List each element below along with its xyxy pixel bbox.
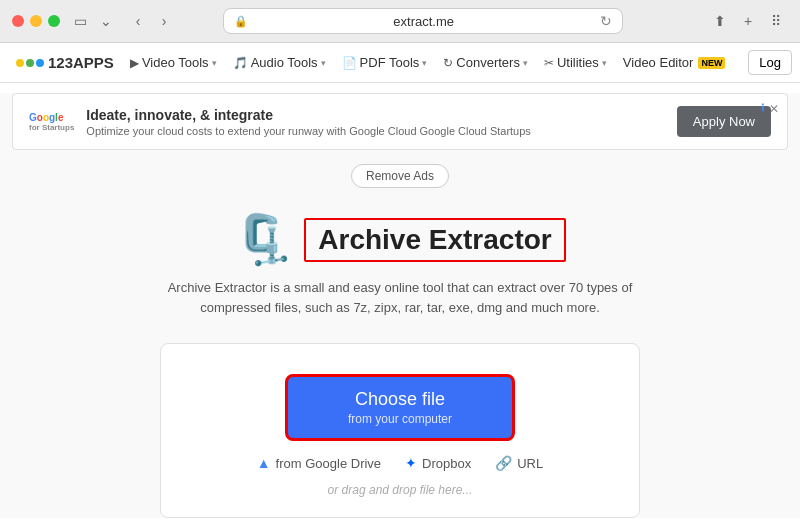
url-text: extract.me — [254, 14, 594, 29]
logo[interactable]: 123APPS — [8, 54, 122, 71]
ad-close-button[interactable]: ✕ — [769, 102, 779, 116]
nav-item-converters[interactable]: ↻ Converters ▾ — [435, 43, 536, 83]
cloud-options: ▲ from Google Drive ✦ Dropbox 🔗 URL — [181, 455, 619, 471]
google-drive-option[interactable]: ▲ from Google Drive — [257, 455, 381, 471]
address-bar[interactable]: 🔒 extract.me ↻ — [223, 8, 623, 34]
chevron-down-icon-2: ▾ — [321, 58, 326, 68]
refresh-button[interactable]: ↻ — [600, 13, 612, 29]
google-drive-icon: ▲ — [257, 455, 271, 471]
main-content: Google for Startups Ideate, innovate, & … — [0, 93, 800, 518]
choose-file-label: Choose file — [355, 389, 445, 410]
back-button[interactable]: ‹ — [126, 9, 150, 33]
logo-text: 123APPS — [48, 54, 114, 71]
close-window-button[interactable] — [12, 15, 24, 27]
chevron-down-icon-4: ▾ — [523, 58, 528, 68]
chevron-down-icon: ▾ — [212, 58, 217, 68]
ad-logo: Google for Startups — [29, 112, 74, 132]
sidebar-toggle-button[interactable]: ▭ — [68, 9, 92, 33]
maximize-window-button[interactable] — [48, 15, 60, 27]
ad-title: Ideate, innovate, & integrate — [86, 107, 665, 123]
ad-info-icon[interactable]: ℹ — [761, 102, 765, 113]
chevron-down-icon-5: ▾ — [602, 58, 607, 68]
hero-title-box: Archive Extractor — [304, 218, 565, 262]
choose-file-button[interactable]: Choose file from your computer — [285, 374, 515, 441]
title-bar: ▭ ⌄ ‹ › 🔒 extract.me ↻ ⬆ + ⠿ — [0, 0, 800, 42]
ad-desc: Optimize your cloud costs to extend your… — [86, 125, 665, 137]
archive-icon: 🗜️ — [234, 212, 294, 268]
logo-dots — [16, 59, 44, 67]
url-option[interactable]: 🔗 URL — [495, 455, 543, 471]
dropbox-label: Dropbox — [422, 456, 471, 471]
nav-item-utilities[interactable]: ✂ Utilities ▾ — [536, 43, 615, 83]
minimize-window-button[interactable] — [30, 15, 42, 27]
nav-item-pdf-tools[interactable]: 📄 PDF Tools ▾ — [334, 43, 436, 83]
new-badge: NEW — [698, 57, 725, 69]
url-label: URL — [517, 456, 543, 471]
hero-description: Archive Extractor is a small and easy on… — [160, 278, 640, 317]
login-button[interactable]: Log — [748, 50, 792, 75]
upload-box: Choose file from your computer ▲ from Go… — [160, 343, 640, 518]
nav-label-pdf: PDF Tools — [360, 55, 420, 70]
hero-title: Archive Extractor — [318, 224, 551, 256]
nav-label-utilities: Utilities — [557, 55, 599, 70]
new-tab-button[interactable]: + — [736, 9, 760, 33]
remove-ads-button[interactable]: Remove Ads — [351, 164, 449, 188]
sidebar-chevron[interactable]: ⌄ — [94, 9, 118, 33]
drag-drop-hint: or drag and drop file here... — [181, 483, 619, 497]
google-drive-label: from Google Drive — [276, 456, 381, 471]
remove-ads-row: Remove Ads — [0, 160, 800, 192]
hero-section: 🗜️ Archive Extractor Archive Extractor i… — [0, 192, 800, 343]
toolbar-right: ⬆ + ⠿ — [708, 9, 788, 33]
traffic-lights — [12, 15, 60, 27]
forward-button[interactable]: › — [152, 9, 176, 33]
nav-label-audio: Audio Tools — [251, 55, 318, 70]
url-icon: 🔗 — [495, 455, 512, 471]
ad-banner: Google for Startups Ideate, innovate, & … — [12, 93, 788, 150]
dropbox-option[interactable]: ✦ Dropbox — [405, 455, 471, 471]
extensions-button[interactable]: ⠿ — [764, 9, 788, 33]
dropbox-icon: ✦ — [405, 455, 417, 471]
audio-icon: 🎵 — [233, 56, 248, 70]
choose-file-wrapper: Choose file from your computer — [181, 374, 619, 441]
pdf-icon: 📄 — [342, 56, 357, 70]
video-icon: ▶ — [130, 56, 139, 70]
nav-label-video-editor: Video Editor — [623, 55, 694, 70]
nav-label-video: Video Tools — [142, 55, 209, 70]
utilities-icon: ✂ — [544, 56, 554, 70]
ad-apply-button[interactable]: Apply Now — [677, 106, 771, 137]
nav-label-converters: Converters — [456, 55, 520, 70]
nav-item-video-editor[interactable]: Video Editor NEW — [615, 43, 734, 83]
nav-item-video-tools[interactable]: ▶ Video Tools ▾ — [122, 43, 225, 83]
nav-bar: 123APPS ▶ Video Tools ▾ 🎵 Audio Tools ▾ … — [0, 43, 800, 83]
hero-title-row: 🗜️ Archive Extractor — [20, 212, 780, 268]
lock-icon: 🔒 — [234, 15, 248, 28]
share-button[interactable]: ⬆ — [708, 9, 732, 33]
converters-icon: ↻ — [443, 56, 453, 70]
ad-content: Ideate, innovate, & integrate Optimize y… — [86, 107, 665, 137]
nav-buttons: ▭ ⌄ — [68, 9, 118, 33]
ad-logo-sub: for Startups — [29, 123, 74, 132]
chevron-down-icon-3: ▾ — [422, 58, 427, 68]
choose-file-sublabel: from your computer — [348, 412, 452, 426]
nav-item-audio-tools[interactable]: 🎵 Audio Tools ▾ — [225, 43, 334, 83]
